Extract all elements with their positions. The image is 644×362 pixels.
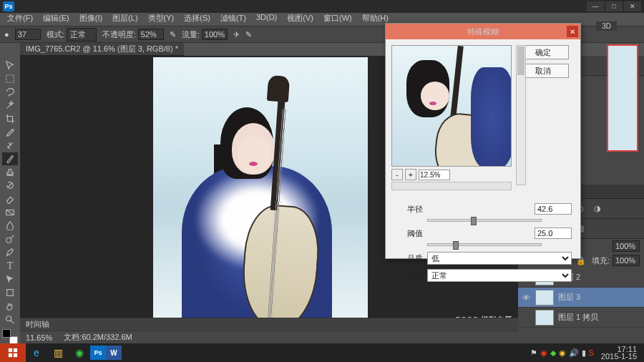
- menu-type[interactable]: 类型(Y): [144, 13, 179, 26]
- zoom-out-button[interactable]: -: [391, 169, 403, 180]
- taskbar-clock[interactable]: 17:11 2015-1-15: [597, 346, 641, 360]
- minimize-button[interactable]: —: [587, 1, 604, 11]
- layer-thumb: [535, 290, 554, 305]
- svg-rect-8: [14, 353, 17, 357]
- blur-tool-icon[interactable]: [2, 220, 18, 233]
- zoom-in-button[interactable]: +: [405, 169, 416, 180]
- dialog-title[interactable]: 特殊模糊 ✕: [386, 24, 580, 39]
- menu-file[interactable]: 文件(F): [3, 13, 37, 26]
- visibility-toggle-icon[interactable]: 👁: [521, 293, 531, 302]
- taskbar-word-icon[interactable]: W: [106, 346, 122, 360]
- document-canvas: [153, 57, 368, 332]
- threshold-input[interactable]: [535, 228, 572, 239]
- radius-slider[interactable]: [427, 219, 542, 222]
- preview-vscroll[interactable]: [516, 45, 526, 185]
- menu-window[interactable]: 窗口(W): [319, 13, 356, 26]
- dialog-mode-label: 模式: [394, 270, 423, 281]
- dialog-close-button[interactable]: ✕: [567, 26, 578, 37]
- taskbar: e ▥ ◉ Ps W ⚑ ◉ ◆ ◉ 🔊 ▮ S 17:11 2015-1-15: [0, 343, 644, 362]
- title-bar: Ps — □ ✕: [0, 0, 644, 13]
- layer-row[interactable]: 👁 图层 3: [518, 288, 644, 308]
- threshold-label: 阈值: [394, 228, 423, 239]
- stamp-tool-icon[interactable]: [2, 166, 18, 179]
- tray-qq-icon[interactable]: ◉: [540, 348, 547, 358]
- hand-tool-icon[interactable]: [2, 300, 18, 313]
- taskbar-ie-icon[interactable]: e: [26, 343, 47, 362]
- brush-tool-icon[interactable]: [2, 152, 18, 165]
- brush-preset-icon[interactable]: ●: [4, 30, 9, 39]
- preview-zoom-input[interactable]: [419, 170, 450, 180]
- path-tool-icon[interactable]: [2, 273, 18, 286]
- layer-name: 图层 3: [558, 292, 580, 303]
- blend-mode-select[interactable]: 正常: [67, 28, 97, 41]
- tray-network-icon[interactable]: ▮: [582, 348, 586, 358]
- pressure-opacity-icon[interactable]: ✎: [170, 30, 176, 39]
- preview-scroll[interactable]: [391, 182, 512, 190]
- menu-layer[interactable]: 图层(L): [108, 13, 142, 26]
- quality-select[interactable]: 低: [427, 252, 572, 265]
- dodge-tool-icon[interactable]: [2, 233, 18, 245]
- svg-rect-3: [7, 290, 14, 296]
- eraser-tool-icon[interactable]: [2, 192, 18, 205]
- taskbar-explorer-icon[interactable]: ▥: [47, 343, 69, 362]
- mode-label: 模式:: [47, 29, 64, 40]
- status-bar: 11.65% 文档:60.2M/332.6M: [20, 331, 518, 343]
- start-button[interactable]: [0, 343, 26, 362]
- opacity-input[interactable]: [138, 29, 164, 40]
- adj-hue-icon[interactable]: ◑: [591, 202, 604, 215]
- svg-point-4: [6, 315, 11, 321]
- opacity-label: 不透明度:: [102, 29, 136, 40]
- threshold-slider[interactable]: [427, 243, 542, 246]
- radius-input[interactable]: [535, 203, 572, 215]
- menu-image[interactable]: 图像(I): [75, 13, 107, 26]
- airbrush-icon[interactable]: ✈: [233, 30, 240, 39]
- taskbar-browser-icon[interactable]: ◉: [69, 343, 90, 362]
- navigator-thumbnail[interactable]: [607, 44, 638, 152]
- close-button[interactable]: ✕: [624, 1, 641, 11]
- menu-3d[interactable]: 3D(D): [252, 13, 281, 26]
- dialog-mode-select[interactable]: 正常: [427, 269, 572, 282]
- flow-input[interactable]: [202, 29, 228, 40]
- tray-volume-icon[interactable]: 🔊: [569, 348, 579, 358]
- menu-select[interactable]: 选择(S): [180, 13, 215, 26]
- lasso-tool-icon[interactable]: [2, 85, 18, 98]
- timeline-panel[interactable]: 时间轴: [20, 318, 518, 331]
- pen-tool-icon[interactable]: [2, 246, 18, 259]
- eyedropper-tool-icon[interactable]: [2, 126, 18, 139]
- 3d-mode-button[interactable]: 3D: [596, 21, 617, 31]
- tray-360-icon[interactable]: ◉: [559, 348, 566, 358]
- color-swatches[interactable]: [2, 329, 18, 345]
- zoom-level[interactable]: 11.65%: [26, 333, 52, 342]
- svg-rect-5: [9, 348, 12, 352]
- layer-row[interactable]: 图层 1 拷贝: [518, 308, 644, 328]
- marquee-tool-icon[interactable]: [2, 72, 18, 85]
- svg-rect-7: [9, 353, 12, 357]
- brush-size-input[interactable]: [15, 29, 41, 40]
- menu-view[interactable]: 视图(V): [283, 13, 318, 26]
- tray-flag-icon[interactable]: ⚑: [530, 348, 537, 358]
- crop-tool-icon[interactable]: [2, 112, 18, 125]
- layer-opacity-input[interactable]: [613, 240, 640, 252]
- gradient-tool-icon[interactable]: [2, 206, 18, 219]
- heal-tool-icon[interactable]: [2, 139, 18, 152]
- maximize-button[interactable]: □: [605, 1, 623, 11]
- menu-edit[interactable]: 编辑(E): [39, 13, 74, 26]
- svg-point-2: [6, 238, 11, 243]
- taskbar-photoshop-icon[interactable]: Ps: [90, 346, 106, 360]
- wand-tool-icon[interactable]: [2, 99, 18, 112]
- type-tool-icon[interactable]: T: [2, 260, 18, 273]
- tray-app-icon[interactable]: S: [589, 348, 594, 357]
- radius-label: 半径: [394, 204, 423, 215]
- fill-label: 填充:: [592, 255, 610, 266]
- history-brush-icon[interactable]: [2, 179, 18, 192]
- dialog-preview[interactable]: [391, 45, 512, 167]
- pressure-size-icon[interactable]: ✎: [245, 30, 252, 39]
- zoom-tool-icon[interactable]: [2, 313, 18, 326]
- document-tab[interactable]: IMG_7765.CR2 @ 11.6% (图层 3, RGB/8) *: [20, 43, 184, 56]
- menu-filter[interactable]: 滤镜(T): [216, 13, 250, 26]
- shape-tool-icon[interactable]: [2, 286, 18, 299]
- tray-shield-icon[interactable]: ◆: [550, 348, 556, 358]
- quality-label: 品质: [394, 253, 423, 264]
- fill-input[interactable]: [613, 255, 640, 266]
- move-tool-icon[interactable]: [2, 59, 18, 72]
